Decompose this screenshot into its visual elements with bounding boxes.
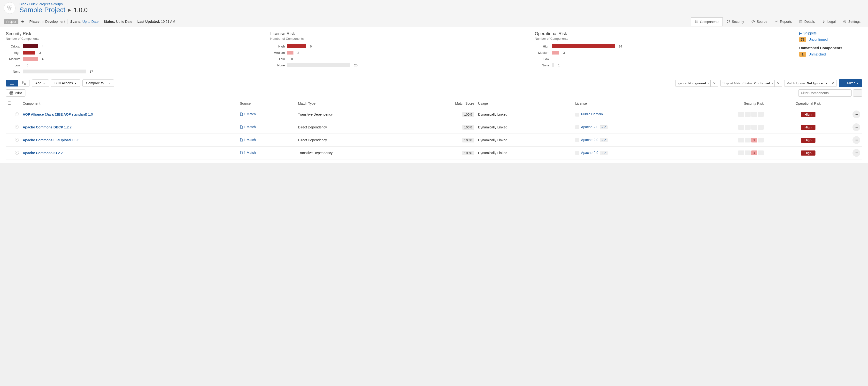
filter-chip-remove[interactable]: ✕ [710, 80, 718, 87]
security-cell [758, 138, 764, 143]
tab-details[interactable]: Details [795, 18, 818, 26]
component-version-link[interactable]: 2.2 [58, 151, 62, 155]
col-component[interactable]: Component [21, 99, 238, 108]
license-link[interactable]: Apache-2.0 [581, 125, 598, 129]
tab-security[interactable]: Security [723, 18, 748, 26]
tab-legal[interactable]: Legal [818, 18, 839, 26]
table-row: AOP Alliance (Java/J2EE AOP standard) 1.… [6, 108, 862, 121]
favorite-star-icon[interactable]: ★ [21, 20, 24, 24]
col-source[interactable]: Source [238, 99, 296, 108]
shield-icon [726, 20, 730, 24]
source-match-link[interactable]: 1 Match [240, 151, 256, 155]
tab-settings[interactable]: Settings [839, 18, 864, 26]
col-operational[interactable]: Operational Risk [766, 99, 850, 108]
details-icon [799, 20, 803, 24]
list-view-button[interactable] [6, 80, 18, 87]
risk-bar-fill [552, 63, 554, 67]
chart-icon [775, 20, 778, 24]
add-button[interactable]: Add ▼ [32, 80, 49, 87]
project-type-badge: Project [4, 20, 19, 24]
license-extra-icon[interactable]: ＋↗ [600, 151, 608, 155]
risk-bar-value: 24 [619, 44, 622, 48]
review-status-icon[interactable] [15, 125, 19, 129]
tab-reports[interactable]: Reports [771, 18, 795, 26]
component-version-link[interactable]: 1.3.3 [72, 138, 79, 142]
review-status-icon[interactable] [15, 112, 19, 116]
filter-chip-remove[interactable]: ✕ [774, 80, 782, 87]
row-actions-button[interactable]: ⋯ [852, 123, 860, 131]
filter-columns-button[interactable] [853, 89, 862, 97]
review-status-icon[interactable] [15, 138, 19, 142]
filter-chip-value[interactable]: Confirmed ▼ [754, 80, 774, 87]
security-cell [738, 150, 744, 155]
chevron-down-icon: ▼ [707, 82, 709, 85]
col-match-type[interactable]: Match Type [296, 99, 409, 108]
match-type-cell: Transitive Dependency [296, 108, 409, 121]
updated-status: Last Updated: 10:21 AM [137, 20, 175, 24]
table-row: Apache Commons FileUpload 1.3.3 1 MatchD… [6, 134, 862, 147]
component-version-link[interactable]: 1.2.2 [64, 125, 71, 129]
risk-bar-value: 3 [563, 51, 565, 55]
security-cell [738, 138, 744, 143]
source-match-link[interactable]: 1 Match [240, 125, 256, 129]
tab-components[interactable]: Components [691, 18, 723, 26]
security-risk-panel: Security RiskNumber of ComponentsCritica… [6, 31, 260, 73]
col-security[interactable]: Security Risk [680, 99, 766, 108]
row-actions-button[interactable]: ⋯ [852, 111, 860, 118]
filter-chip-label: Snippet Match Status [720, 80, 754, 87]
row-actions-button[interactable]: ⋯ [852, 136, 860, 144]
license-risk-panel: License RiskNumber of ComponentsHigh6Med… [270, 31, 525, 73]
breadcrumb-link[interactable]: Black Duck Project Groups [19, 2, 63, 6]
component-name-link[interactable]: Apache Commons FileUpload [23, 138, 71, 142]
usage-cell: Dynamically Linked [476, 134, 574, 147]
file-icon [240, 151, 243, 154]
risk-bar-value: 6 [310, 44, 312, 48]
snippets-toggle[interactable]: ▶ Snippets [799, 31, 862, 35]
col-usage[interactable]: Usage [476, 99, 574, 108]
risk-bar-label: Low [535, 57, 549, 61]
filter-components-input[interactable] [798, 89, 851, 97]
filter-chip-value[interactable]: Not Ignored ▼ [688, 80, 710, 87]
unmatched-link[interactable]: Unmatched [808, 52, 826, 56]
review-status-icon[interactable] [15, 151, 19, 155]
filter-chip-remove[interactable]: ✕ [829, 80, 837, 87]
license-link[interactable]: Apache-2.0 [581, 138, 598, 142]
risk-bar-label: Low [6, 63, 20, 67]
tab-source[interactable]: Source [748, 18, 771, 26]
license-link[interactable]: Apache-2.0 [581, 151, 598, 155]
risk-bar-value: 4 [42, 44, 43, 48]
select-all-checkbox[interactable] [8, 101, 11, 105]
project-version[interactable]: 1.0.0 [73, 6, 88, 14]
print-button[interactable]: Print [6, 89, 25, 97]
license-extra-icon[interactable]: ＋↗ [600, 138, 608, 142]
component-name-link[interactable]: Apache Commons DBCP [23, 125, 63, 129]
security-cell [745, 112, 751, 117]
risk-title: Security Risk [6, 31, 260, 36]
security-risk-cells [682, 112, 764, 117]
risk-bar-label: Medium [535, 51, 549, 55]
project-title[interactable]: Sample Project [19, 6, 65, 14]
chevron-down-icon: ▼ [826, 82, 828, 85]
filter-button[interactable]: ＋ Filter ▼ [839, 79, 862, 87]
component-name-link[interactable]: Apache Commons IO [23, 151, 57, 155]
col-license[interactable]: License [574, 99, 680, 108]
license-link[interactable]: Public Domain [581, 112, 603, 116]
row-actions-button[interactable]: ⋯ [852, 149, 860, 157]
unconfirmed-link[interactable]: Unconfirmed [808, 37, 828, 41]
filter-chip-value[interactable]: Not Ignored ▼ [807, 80, 829, 87]
risk-title: License Risk [270, 31, 525, 36]
source-match-link[interactable]: 1 Match [240, 112, 256, 116]
compare-button[interactable]: Compare to... ▼ [82, 80, 114, 87]
tree-view-button[interactable] [18, 80, 30, 87]
security-cell: 1 [751, 138, 757, 143]
security-cell [738, 125, 744, 130]
scans-link[interactable]: Up to Date [82, 20, 98, 24]
col-match-score[interactable]: Match Score [409, 99, 476, 108]
license-extra-icon[interactable]: ＋↗ [600, 125, 608, 129]
source-match-link[interactable]: 1 Match [240, 138, 256, 142]
divider [67, 19, 68, 24]
component-name-link[interactable]: AOP Alliance (Java/J2EE AOP standard) [23, 113, 87, 116]
component-version-link[interactable]: 1.0 [88, 113, 93, 116]
bulk-actions-button[interactable]: Bulk Actions ▼ [51, 80, 81, 87]
risk-bar-row: High6 [270, 44, 525, 48]
